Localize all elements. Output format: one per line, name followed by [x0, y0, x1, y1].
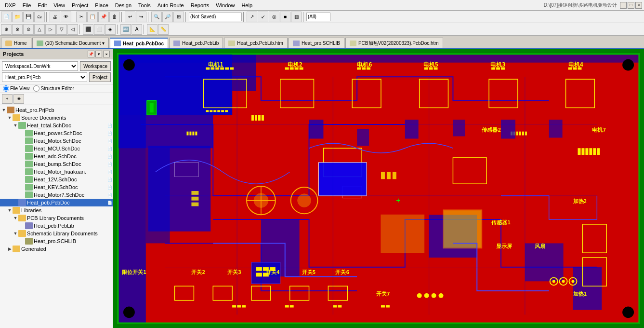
route-btn[interactable]: ↗: [247, 12, 257, 22]
menu-reports[interactable]: Reports: [188, 1, 212, 9]
route2-btn[interactable]: ↙: [258, 12, 268, 22]
source-expand[interactable]: ▼: [7, 115, 13, 121]
tree-source-docs[interactable]: ▼ Source Documents: [0, 114, 113, 122]
t2-btn7[interactable]: ◁: [67, 24, 78, 35]
panel-close-btn[interactable]: ×: [103, 51, 110, 57]
via-btn[interactable]: ◎: [269, 12, 279, 22]
generated-expand[interactable]: ▶: [7, 246, 13, 252]
not-saved-input[interactable]: [189, 13, 242, 21]
open-btn[interactable]: 📁: [12, 12, 23, 22]
t2-btn14[interactable]: 📏: [158, 24, 169, 35]
menu-place[interactable]: Place: [92, 1, 111, 9]
tree-heat-12v[interactable]: Heat_12V.SchDoc 📄: [0, 176, 113, 183]
root-expand[interactable]: ▼: [1, 107, 7, 113]
panel-view-btn[interactable]: 👁: [13, 94, 24, 104]
t2-btn12[interactable]: A: [131, 24, 142, 35]
project-btn[interactable]: Project: [89, 72, 111, 82]
save-btn[interactable]: 💾: [23, 12, 34, 22]
tree-heat-motor7[interactable]: Heat_Motor7.SchDoc 📄: [0, 191, 113, 199]
tree-heat-power[interactable]: ▶ Heat_power.SchDoc 📄: [0, 129, 113, 137]
t2-btn5[interactable]: ▷: [45, 24, 56, 35]
menu-view[interactable]: View: [51, 1, 68, 9]
tree-heat-key[interactable]: Heat_KEY.SchDoc 📄: [0, 183, 113, 191]
panel-add-btn[interactable]: +: [2, 94, 13, 104]
workspace-dropdown[interactable]: Workspace1.DsnWrk: [2, 61, 78, 71]
t2-btn13[interactable]: 📐: [147, 24, 158, 35]
copper-btn[interactable]: ▥: [291, 12, 302, 22]
sep10: [144, 25, 145, 34]
tab-heat-pcb-htm[interactable]: Heat_pcb.PcbLib.htm: [224, 38, 288, 48]
tree-generated[interactable]: ▶ Generated: [0, 245, 113, 253]
workspace-btn[interactable]: Workspace: [80, 61, 111, 71]
tree-root[interactable]: ▼ Heat_pro.PrjPcb: [0, 106, 113, 114]
t2-btn1[interactable]: ⊕: [1, 24, 12, 35]
new-btn[interactable]: 📄: [1, 12, 12, 22]
tab-heat-pro-sch[interactable]: Heat_pro.SCHLIB: [289, 38, 344, 48]
t2-btn11[interactable]: 🔤: [120, 24, 131, 35]
zoom-out-btn[interactable]: 🔎: [162, 12, 173, 22]
menu-dxp[interactable]: DXP: [2, 1, 19, 9]
copy-btn[interactable]: 📋: [87, 12, 98, 22]
panel-menu-btn[interactable]: ▾: [95, 51, 102, 57]
tab-home[interactable]: Home: [1, 38, 31, 48]
t2-btn2[interactable]: ⊗: [12, 24, 23, 35]
pcb-canvas-area[interactable]: 电机1 电机2 电机6 电机5 电机3 电机4 电机7 传感器2 传感器1 加热…: [113, 49, 644, 328]
tree-heat-bump[interactable]: Heat_bump.SchDoc 📄: [0, 160, 113, 168]
minimize-btn[interactable]: _: [620, 2, 627, 9]
tab-heat-pcb-doc[interactable]: Heat_pcb.PcbDoc: [110, 38, 168, 48]
print-btn[interactable]: 🖨: [50, 12, 60, 22]
tree-heat-pcb-doc[interactable]: Heat_pcb.PcbDoc 📄: [0, 199, 113, 206]
svg-rect-134: [381, 172, 385, 179]
delete-btn[interactable]: 🗑: [109, 12, 120, 22]
tree-libraries[interactable]: ▼ Libraries: [0, 206, 113, 214]
t2-btn8[interactable]: ⬛: [83, 24, 93, 35]
layer-input[interactable]: [306, 13, 330, 21]
structure-editor-radio[interactable]: Structure Editor: [33, 85, 74, 92]
tree-heat-motor[interactable]: Heat_Motor.SchDoc 📄: [0, 137, 113, 145]
menu-project[interactable]: Project: [69, 1, 91, 9]
undo-btn[interactable]: ↩: [125, 12, 135, 22]
zoom-in-btn[interactable]: 🔍: [151, 12, 162, 22]
tab-heat-pcb-lib[interactable]: Heat_pcb.PcbLib: [169, 38, 223, 48]
pcb-board[interactable]: 电机1 电机2 电机6 电机5 电机3 电机4 电机7 传感器2 传感器1 加热…: [117, 53, 640, 324]
t2-btn6[interactable]: ▽: [56, 24, 67, 35]
menu-file[interactable]: File: [20, 1, 34, 9]
tree-heat-mcu[interactable]: Heat_MCU.SchDoc 📄: [0, 145, 113, 152]
t2-btn9[interactable]: ⬜: [94, 24, 105, 35]
save-all-btn[interactable]: 🗂: [34, 12, 45, 22]
tree-heat-pro-schlib[interactable]: Heat_pro.SCHLIB: [0, 237, 113, 245]
project-dropdown[interactable]: Heat_pro.PrjPcb: [2, 72, 87, 82]
close-btn[interactable]: ×: [635, 2, 642, 9]
panel-pin-btn[interactable]: 📌: [88, 51, 94, 57]
lib-expand[interactable]: ▼: [7, 207, 13, 213]
zoom-all-btn[interactable]: ⊞: [173, 12, 184, 22]
tree-heat-pcb-lib[interactable]: Heat_pcb.PcbLib: [0, 222, 113, 230]
tree-heat-total[interactable]: ▼ Heat_total.SchDoc 📄: [0, 122, 113, 129]
t2-btn10[interactable]: ◈: [105, 24, 116, 35]
menu-design[interactable]: Design: [112, 1, 134, 9]
menu-window[interactable]: Window: [213, 1, 237, 9]
tree-heat-adc[interactable]: Heat_adc.SchDoc 📄: [0, 152, 113, 160]
t2-btn4[interactable]: △: [34, 24, 45, 35]
menu-tools[interactable]: Tools: [135, 1, 154, 9]
redo-btn[interactable]: ↪: [136, 12, 146, 22]
menu-edit[interactable]: Edit: [35, 1, 50, 9]
schlibdoc-expand[interactable]: ▼: [13, 231, 18, 236]
cut-btn[interactable]: ✂: [76, 12, 87, 22]
tab-schematic[interactable]: (10) Schematic Document ▾: [32, 38, 109, 48]
file-view-radio[interactable]: File View: [3, 85, 29, 92]
maximize-btn[interactable]: □: [628, 2, 634, 9]
paste-btn[interactable]: 📌: [98, 12, 109, 22]
menu-help[interactable]: Help: [238, 1, 255, 9]
heat-total-expand[interactable]: ▼: [13, 123, 18, 128]
tree-heat-motor-hua[interactable]: Heat_Motor_huakuan. 📄: [0, 168, 113, 176]
print-preview-btn[interactable]: 👁: [61, 12, 71, 22]
tree-pcb-lib-docs[interactable]: ▼ PCB Library Documents: [0, 214, 113, 222]
pcblibdoc-expand[interactable]: ▼: [13, 215, 18, 221]
pad-btn[interactable]: ■: [280, 12, 290, 22]
svg-text:限位开关1: 限位开关1: [122, 270, 146, 276]
tree-sch-lib-docs[interactable]: ▼ Schematic Library Documents: [0, 230, 113, 237]
t2-btn3[interactable]: ⊙: [23, 24, 34, 35]
menu-autoroute[interactable]: Auto Route: [155, 1, 187, 9]
tab-pcb-heat-v02[interactable]: PCB加热V02(20200323).PcbDoc.htm: [345, 38, 443, 48]
